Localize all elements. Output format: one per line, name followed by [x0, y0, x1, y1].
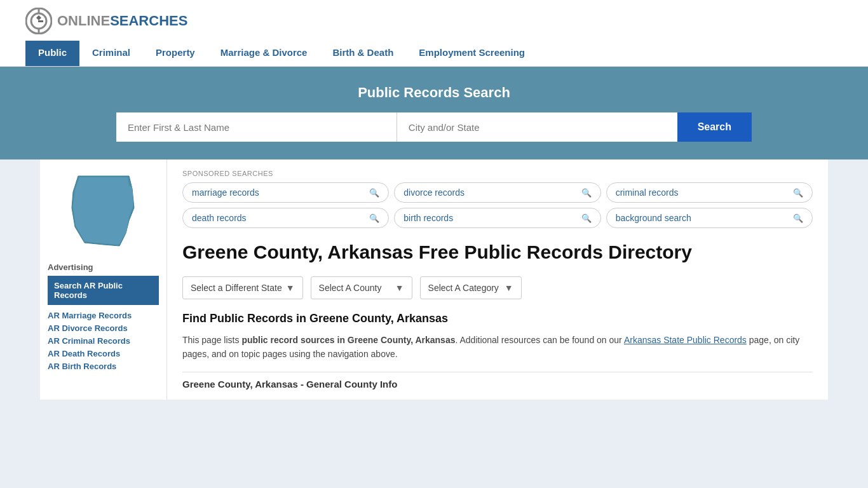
search-button[interactable]: Search [677, 112, 752, 142]
sidebar: Advertising Search AR Public Records AR … [40, 159, 167, 400]
search-icon: 🔍 [369, 188, 379, 198]
search-bar: Search [116, 112, 752, 142]
search-icon: 🔍 [793, 188, 803, 198]
location-input[interactable] [397, 112, 677, 142]
sidebar-link-birth[interactable]: AR Birth Records [48, 362, 116, 371]
search-icon: 🔍 [793, 214, 803, 223]
sponsored-label: SPONSORED SEARCHES [182, 170, 813, 177]
arkansas-map-icon [65, 170, 142, 252]
list-item: AR Divorce Records [48, 323, 159, 333]
nav-criminal[interactable]: Criminal [79, 41, 143, 66]
tag-birth-records[interactable]: birth records 🔍 [394, 208, 600, 228]
tag-marriage-records[interactable]: marriage records 🔍 [182, 182, 389, 203]
search-icon: 🔍 [581, 188, 592, 198]
search-tags: marriage records 🔍 divorce records 🔍 cri… [182, 182, 813, 228]
main-container: Advertising Search AR Public Records AR … [40, 159, 828, 400]
nav-birth-death[interactable]: Birth & Death [320, 41, 406, 66]
tag-criminal-records[interactable]: criminal records 🔍 [606, 182, 813, 203]
main-nav: Public Criminal Property Marriage & Divo… [25, 41, 843, 66]
svg-rect-4 [38, 20, 43, 22]
tag-divorce-records[interactable]: divorce records 🔍 [394, 182, 600, 203]
header-top: ONLINESEARCHES [25, 8, 843, 34]
category-dropdown[interactable]: Select A Category ▼ [420, 276, 522, 299]
hero-title: Public Records Search [25, 85, 843, 101]
search-icon: 🔍 [369, 214, 379, 223]
state-dropdown[interactable]: Select a Different State ▼ [182, 276, 303, 299]
nav-property[interactable]: Property [143, 41, 208, 66]
hero-banner: Public Records Search Search [0, 67, 868, 159]
nav-marriage-divorce[interactable]: Marriage & Divorce [208, 41, 320, 66]
logo-icon [25, 8, 52, 34]
dropdowns: Select a Different State ▼ Select A Coun… [182, 276, 813, 299]
find-records-title: Find Public Records in Greene County, Ar… [182, 312, 813, 325]
header: ONLINESEARCHES Public Criminal Property … [0, 0, 868, 67]
logo-wordmark: ONLINESEARCHES [57, 13, 187, 29]
list-item: AR Birth Records [48, 361, 159, 371]
county-info-heading: Greene County, Arkansas - General County… [182, 379, 813, 390]
sidebar-link-marriage[interactable]: AR Marriage Records [48, 311, 132, 320]
ad-block[interactable]: Search AR Public Records [48, 276, 159, 305]
tag-death-records[interactable]: death records 🔍 [182, 208, 389, 228]
chevron-down-icon: ▼ [395, 283, 404, 293]
county-dropdown[interactable]: Select A County ▼ [311, 276, 412, 299]
description: This page lists public record sources in… [182, 333, 813, 362]
section-divider [182, 372, 813, 372]
nav-public[interactable]: Public [25, 41, 79, 66]
search-icon: 🔍 [581, 214, 592, 223]
chevron-down-icon: ▼ [505, 283, 513, 293]
sidebar-link-death[interactable]: AR Death Records [48, 349, 120, 358]
advertising-label: Advertising [48, 262, 159, 272]
sidebar-links: AR Marriage Records AR Divorce Records A… [48, 310, 159, 371]
chevron-down-icon: ▼ [286, 283, 295, 293]
name-input[interactable] [116, 112, 397, 142]
sidebar-link-criminal[interactable]: AR Criminal Records [48, 336, 130, 346]
list-item: AR Marriage Records [48, 310, 159, 320]
logo[interactable]: ONLINESEARCHES [25, 8, 187, 34]
content-area: SPONSORED SEARCHES marriage records 🔍 di… [167, 159, 828, 400]
arkansas-records-link[interactable]: Arkansas State Public Records [624, 335, 747, 345]
nav-employment[interactable]: Employment Screening [406, 41, 538, 66]
sidebar-link-divorce[interactable]: AR Divorce Records [48, 323, 128, 333]
page-title: Greene County, Arkansas Free Public Reco… [182, 241, 813, 264]
tag-background-search[interactable]: background search 🔍 [606, 208, 813, 228]
list-item: AR Criminal Records [48, 336, 159, 346]
list-item: AR Death Records [48, 348, 159, 358]
